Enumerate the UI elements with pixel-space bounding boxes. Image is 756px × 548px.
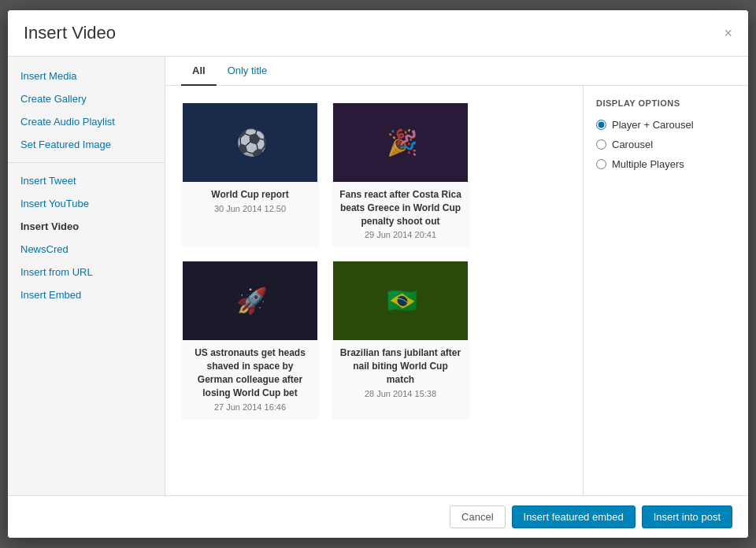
modal-close-button[interactable]: × <box>724 26 732 40</box>
radio-label-multiple-players: Multiple Players <box>612 158 684 170</box>
sidebar-item-insert-media[interactable]: Insert Media <box>8 65 165 87</box>
insert-video-modal: Insert Video × Insert Media Create Galle… <box>8 10 748 538</box>
media-item-world-cup-report[interactable]: ⚽ World Cup report 30 Jun 2014 12.50 <box>181 102 319 247</box>
insert-into-post-button[interactable]: Insert into post <box>642 505 732 528</box>
radio-option-player-carousel[interactable]: Player + Carousel <box>596 119 736 131</box>
sidebar-item-insert-from-url[interactable]: Insert from URL <box>8 261 165 283</box>
modal-footer: Cancel Insert featured embed Insert into… <box>8 495 748 538</box>
media-thumb-4: 🇧🇷 <box>333 261 469 340</box>
media-title-3: US astronauts get heads shaved in space … <box>189 346 311 399</box>
sidebar-item-create-audio-playlist[interactable]: Create Audio Playlist <box>8 110 165 133</box>
insert-featured-embed-button[interactable]: Insert featured embed <box>512 505 636 528</box>
sidebar-item-insert-tweet[interactable]: Insert Tweet <box>8 169 165 192</box>
media-thumb-3: 🚀 <box>183 261 319 340</box>
media-item-fans-react[interactable]: 🎉 Fans react after Costa Rica beats Gree… <box>332 102 469 247</box>
media-title-4: Brazilian fans jubilant after nail bitin… <box>339 346 461 386</box>
media-date-3: 27 Jun 2014 16:46 <box>189 402 311 412</box>
tab-only-title[interactable]: Only title <box>217 57 279 86</box>
radio-multiple-players[interactable] <box>596 159 606 169</box>
media-date-1: 30 Jun 2014 12.50 <box>189 204 311 213</box>
modal-overlay: Insert Video × Insert Media Create Galle… <box>0 0 756 548</box>
sidebar-item-create-gallery[interactable]: Create Gallery <box>8 87 165 110</box>
media-title-1: World Cup report <box>189 188 311 202</box>
media-item-brazilian-fans[interactable]: 🇧🇷 Brazilian fans jubilant after nail bi… <box>332 260 469 419</box>
radio-option-multiple-players[interactable]: Multiple Players <box>596 158 736 170</box>
sidebar-item-set-featured-image[interactable]: Set Featured Image <box>8 133 165 156</box>
media-title-2: Fans react after Costa Rica beats Greece… <box>339 188 461 228</box>
sidebar-item-insert-video[interactable]: Insert Video <box>8 215 165 238</box>
sidebar-divider <box>8 162 165 163</box>
sidebar: Insert Media Create Gallery Create Audio… <box>8 57 165 495</box>
media-thumb-2: 🎉 <box>333 103 469 182</box>
media-grid: ⚽ World Cup report 30 Jun 2014 12.50 🎉 <box>165 86 583 495</box>
modal-title: Insert Video <box>24 23 116 43</box>
modal-header: Insert Video × <box>8 10 748 57</box>
media-item-astronauts[interactable]: 🚀 US astronauts get heads shaved in spac… <box>181 260 319 419</box>
display-options-panel: DISPLAY OPTIONS Player + Carousel Carous… <box>583 86 748 495</box>
tabs-bar: All Only title <box>165 57 748 86</box>
cancel-button[interactable]: Cancel <box>450 505 505 528</box>
radio-label-carousel: Carousel <box>612 139 653 150</box>
tab-all[interactable]: All <box>181 57 217 86</box>
radio-option-carousel[interactable]: Carousel <box>596 139 736 150</box>
sidebar-item-insert-youtube[interactable]: Insert YouTube <box>8 192 165 215</box>
media-date-4: 28 Jun 2014 15:38 <box>339 389 461 398</box>
radio-carousel[interactable] <box>596 139 606 150</box>
main-content: All Only title ⚽ World Cup report <box>165 57 748 495</box>
radio-label-player-carousel: Player + Carousel <box>612 119 694 131</box>
media-thumb-1: ⚽ <box>183 103 319 182</box>
sidebar-item-newscred[interactable]: NewsCred <box>8 238 165 261</box>
content-area: ⚽ World Cup report 30 Jun 2014 12.50 🎉 <box>165 86 748 495</box>
radio-player-carousel[interactable] <box>596 120 606 130</box>
media-date-2: 29 Jun 2014 20:41 <box>339 230 461 239</box>
display-options-title: DISPLAY OPTIONS <box>596 98 736 108</box>
sidebar-item-insert-embed[interactable]: Insert Embed <box>8 283 165 306</box>
modal-body: Insert Media Create Gallery Create Audio… <box>8 57 748 495</box>
